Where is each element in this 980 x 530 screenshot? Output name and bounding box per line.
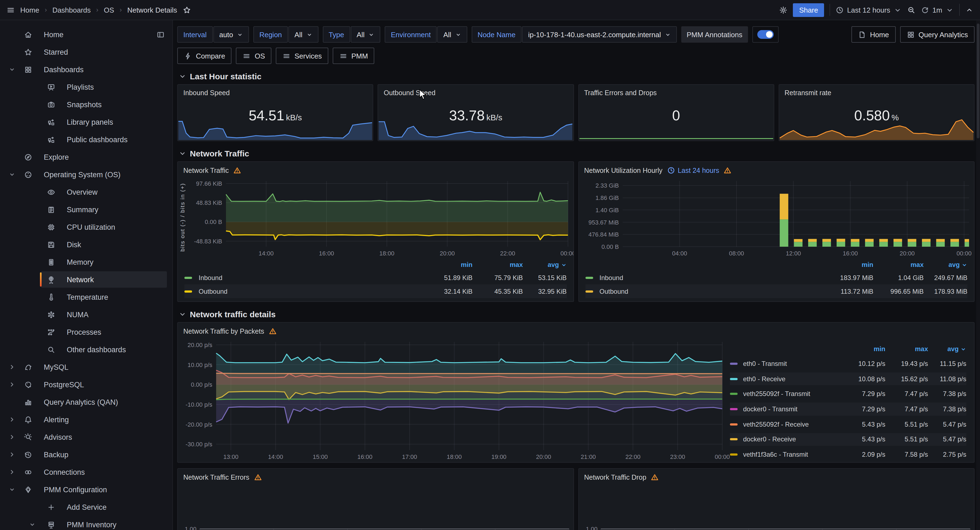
sidebar-item-pmm-configuration[interactable]: PMM Configuration [0, 481, 172, 498]
pmm-button[interactable]: PMM [332, 48, 375, 64]
legend-series-label[interactable]: docker0 - Transmit [743, 403, 843, 416]
sidebar-item-connections[interactable]: Connections [0, 463, 172, 481]
legend-sort-max[interactable]: max [873, 260, 924, 271]
pmm-annotations-toggle[interactable] [752, 26, 779, 43]
home-button[interactable]: Home [851, 26, 896, 43]
services-button[interactable]: Services [276, 48, 329, 64]
legend-series-label[interactable]: vethf1f3a6c - Transmit [743, 448, 843, 461]
dashboard-settings-icon[interactable] [780, 6, 788, 14]
sidebar-item-home[interactable]: Home [0, 26, 172, 43]
chevron-right-icon[interactable] [9, 416, 15, 423]
warning-icon[interactable] [269, 327, 277, 335]
legend-sort-avg[interactable]: avg [523, 260, 566, 271]
sidebar-item-postgresql[interactable]: PostgreSQL [0, 376, 172, 393]
section-network-traffic-details[interactable]: Network traffic details [178, 309, 975, 319]
breadcrumb-home[interactable]: Home [20, 6, 39, 14]
legend-sort-min[interactable]: min [843, 345, 885, 355]
chevron-right-icon[interactable] [9, 451, 15, 458]
refresh-button[interactable]: 1m [921, 6, 954, 14]
legend-series-label[interactable]: Outbound [600, 284, 823, 298]
share-button[interactable]: Share [793, 3, 824, 17]
sidebar-item-other-dashboards[interactable]: Other dashboards [0, 341, 172, 358]
legend-series-label[interactable]: eth0 - Transmit [743, 357, 843, 370]
zoom-out-time-icon[interactable] [907, 6, 915, 14]
filter-value-dropdown[interactable]: auto [213, 26, 249, 43]
filter-label[interactable]: Type [323, 26, 350, 43]
dock-sidebar-icon[interactable] [156, 30, 165, 38]
panel-network-traffic[interactable]: Network Traffic bits out (-) / bits in (… [177, 161, 574, 302]
section-network-traffic[interactable]: Network Traffic [178, 149, 975, 158]
panel-retransmit-rate[interactable]: Retransmit rate 0.580% [779, 84, 975, 141]
sidebar-item-network[interactable]: Network [0, 271, 172, 288]
legend-sort-max[interactable]: max [885, 345, 928, 355]
legend-series-label[interactable]: veth255092f - Transmit [743, 387, 843, 400]
chevron-down-icon[interactable] [9, 66, 15, 73]
legend-series-label[interactable]: Outbound [199, 284, 422, 298]
panel-network-traffic-by-packets[interactable]: Network Traffic by Packets 13:0014:0015:… [177, 322, 975, 463]
time-range-picker[interactable]: Last 12 hours [835, 6, 902, 14]
filter-value-dropdown[interactable]: All [288, 26, 318, 43]
chevron-down-icon[interactable] [9, 171, 15, 178]
panel-network-traffic-errors[interactable]: Network Traffic Errors 1.00 [177, 468, 574, 530]
os-button[interactable]: OS [236, 48, 272, 64]
legend-series-label[interactable]: Inbound [199, 271, 422, 284]
query-analytics-button[interactable]: Query Analytics [900, 26, 975, 43]
time-range-link[interactable]: Last 24 hours [667, 166, 719, 175]
sidebar-item-numa[interactable]: NUMA [0, 306, 172, 323]
panel-inbound-speed[interactable]: Inbound Speed 54.51kB/s [177, 84, 374, 141]
chevron-right-icon[interactable] [9, 364, 15, 370]
legend-series-label[interactable]: docker0 - Receive [743, 433, 843, 446]
breadcrumb-dashboards[interactable]: Dashboards [52, 6, 91, 14]
panel-outbound-speed[interactable]: Outbound Speed 33.78kB/s [378, 84, 574, 141]
chevron-down-icon[interactable] [29, 521, 35, 528]
chevron-right-icon[interactable] [9, 434, 15, 440]
scrollbar-thumb[interactable] [977, 24, 980, 138]
legend-sort-min[interactable]: min [823, 260, 873, 271]
panel-network-utilization-hourly[interactable]: Network Utilization Hourly Last 24 hours… [578, 161, 975, 302]
legend-sort-avg[interactable]: avg [924, 260, 967, 271]
chevron-right-icon[interactable] [9, 469, 15, 475]
section-last-hour-statistic[interactable]: Last Hour statistic [178, 71, 975, 81]
filter-value-dropdown[interactable]: All [351, 26, 380, 43]
compare-button[interactable]: Compare [177, 48, 232, 64]
sidebar-item-pmm-inventory[interactable]: PMM Inventory [0, 516, 172, 530]
kiosk-mode-icon[interactable] [965, 6, 974, 14]
sidebar-item-explore[interactable]: Explore [0, 148, 172, 166]
sidebar-item-library-panels[interactable]: Library panels [0, 113, 172, 131]
sidebar-item-backup[interactable]: Backup [0, 446, 172, 463]
sidebar-item-alerting[interactable]: Alerting [0, 411, 172, 428]
page-scrollbar[interactable] [976, 20, 980, 530]
legend-sort-max[interactable]: max [473, 260, 523, 271]
filter-value-dropdown[interactable]: ip-10-178-1-40.us-east-2.compute.interna… [522, 26, 677, 43]
sidebar-item-overview[interactable]: Overview [0, 183, 172, 201]
legend-series-label[interactable]: Inbound [600, 271, 823, 284]
filter-label[interactable]: Region [253, 26, 288, 43]
sidebar-item-playlists[interactable]: Playlists [0, 78, 172, 96]
filter-label[interactable]: Node Name [471, 26, 522, 43]
warning-icon[interactable] [254, 473, 262, 481]
panel-traffic-errors-drops[interactable]: Traffic Errors and Drops 0 [578, 84, 774, 141]
warning-icon[interactable] [651, 473, 659, 481]
network-utilization-chart[interactable]: 04:0008:0012:0016:0020:0000:002.33 GiB1.… [579, 176, 974, 259]
toggle-switch[interactable] [757, 30, 774, 39]
legend-series-label[interactable]: eth0 - Receive [743, 373, 843, 385]
sidebar-item-public-dashboards[interactable]: Public dashboards [0, 131, 172, 148]
legend-series-label[interactable]: veth255092f - Receive [743, 418, 843, 431]
network-packets-chart[interactable]: 13:0014:0015:0016:0017:0018:0019:0020:00… [178, 336, 728, 462]
panel-network-traffic-drop[interactable]: Network Traffic Drop 1.00 [578, 468, 975, 530]
chevron-down-icon[interactable] [9, 486, 15, 493]
favorite-star-icon[interactable] [183, 6, 191, 14]
sidebar-item-operating-system-os[interactable]: Operating System (OS) [0, 166, 172, 183]
legend-sort-avg[interactable]: avg [928, 345, 966, 355]
menu-toggle-icon[interactable] [6, 6, 15, 14]
sidebar-item-dashboards[interactable]: Dashboards [0, 61, 172, 78]
breadcrumb-os[interactable]: OS [104, 6, 115, 14]
warning-icon[interactable] [233, 166, 241, 175]
sidebar-item-memory[interactable]: Memory [0, 253, 172, 271]
sidebar-item-snapshots[interactable]: Snapshots [0, 96, 172, 113]
sidebar-item-advisors[interactable]: Advisors [0, 428, 172, 446]
sidebar-item-add-service[interactable]: Add Service [0, 498, 172, 516]
sidebar-item-starred[interactable]: Starred [0, 43, 172, 61]
sidebar-item-cpu-utilization[interactable]: CPU utilization [0, 218, 172, 236]
filter-label[interactable]: Environment [385, 26, 437, 43]
